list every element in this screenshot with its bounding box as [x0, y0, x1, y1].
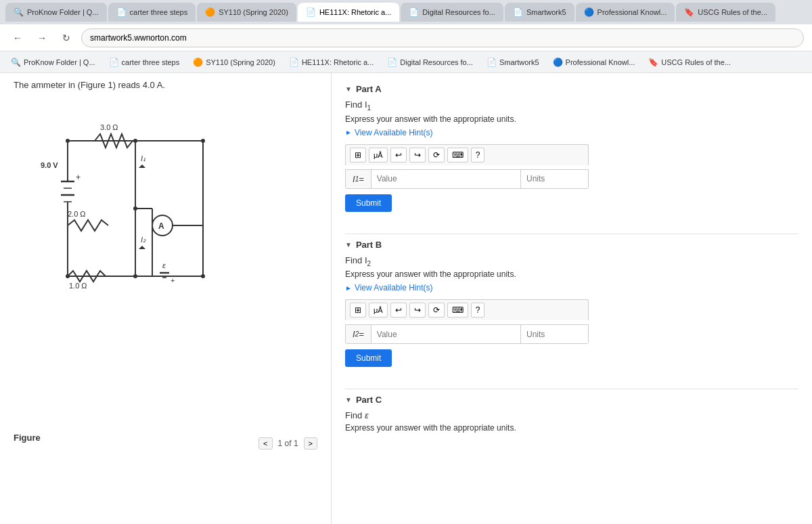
- main-container: The ammeter in (Figure 1) reads 4.0 A.: [0, 73, 812, 524]
- mu-button-a[interactable]: μÅ: [369, 148, 388, 162]
- reset-icon-b: ⟳: [433, 305, 440, 315]
- help-icon: ?: [476, 150, 480, 160]
- help-button-b[interactable]: ?: [471, 303, 485, 318]
- tab-digital[interactable]: 📄 Digital Resources fo...: [401, 3, 503, 22]
- redo-button-a[interactable]: ↪: [409, 148, 426, 162]
- undo-button-a[interactable]: ↩: [390, 148, 407, 162]
- part-c-find: Find ε: [345, 410, 798, 420]
- tab-label-sy110: SY110 (Spring 2020): [219, 8, 288, 16]
- forward-button[interactable]: →: [32, 28, 51, 47]
- bookmark-uscg[interactable]: 🔖 USCG Rules of the...: [643, 54, 736, 70]
- tab-professional[interactable]: 🔵 Professional Knowl...: [576, 3, 675, 22]
- bookmark-he111x[interactable]: 📄 HE111X: Rhetoric a...: [284, 54, 379, 70]
- reset-button-b[interactable]: ⟳: [428, 303, 445, 318]
- part-b-units-input[interactable]: [520, 325, 588, 343]
- svg-point-36: [133, 139, 137, 143]
- part-c-header[interactable]: ▼ Part C: [345, 395, 798, 405]
- part-b-answer-row: I2 =: [345, 324, 589, 344]
- keyboard-button-a[interactable]: ⌨: [447, 148, 468, 162]
- left-panel: The ammeter in (Figure 1) reads 4.0 A.: [0, 73, 332, 524]
- bookmark-icon-smartwork: 📄: [487, 58, 497, 67]
- svg-text:9.0 V: 9.0 V: [41, 161, 58, 169]
- svg-point-39: [133, 274, 137, 278]
- tab-uscg[interactable]: 🔖 USCG Rules of the...: [676, 3, 775, 22]
- part-b-submit-button[interactable]: Submit: [345, 349, 392, 367]
- matrix-icon: ⊞: [355, 150, 361, 160]
- bookmark-label-sy110: SY110 (Spring 2020): [206, 58, 275, 66]
- matrix-button-b[interactable]: ⊞: [350, 303, 366, 318]
- mu-label: μÅ: [374, 151, 383, 159]
- bookmark-smartwork[interactable]: 📄 Smartwork5: [481, 54, 545, 70]
- part-b-hint[interactable]: ► View Available Hint(s): [345, 283, 798, 292]
- bookmark-label-professional: Professional Knowl...: [566, 58, 635, 66]
- tab-icon-digital: 📄: [409, 7, 418, 17]
- part-a-answer-row: I1 =: [345, 169, 589, 189]
- hint-b-arrow-icon: ►: [345, 284, 352, 292]
- undo-button-b[interactable]: ↩: [390, 303, 407, 318]
- bookmark-carter[interactable]: 📄 carter three steps: [104, 54, 185, 70]
- part-b-value-input[interactable]: [371, 325, 520, 343]
- svg-marker-16: [139, 165, 145, 168]
- back-button[interactable]: ←: [8, 28, 27, 47]
- part-c-arrow: ▼: [345, 396, 352, 403]
- svg-text:A: A: [158, 221, 164, 231]
- tab-icon-he111x: 📄: [306, 7, 315, 17]
- bookmark-digital[interactable]: 📄 Digital Resources fo...: [382, 54, 478, 70]
- tab-label-professional: Professional Knowl...: [597, 8, 667, 16]
- svg-point-35: [66, 139, 70, 143]
- figure-next-button[interactable]: >: [304, 437, 317, 450]
- tab-proknow[interactable]: 🔍 ProKnow Folder | Q...: [5, 3, 107, 22]
- tab-icon-proknow: 🔍: [14, 7, 23, 17]
- tab-carter[interactable]: 📄 carter three steps: [108, 3, 196, 22]
- tab-icon-uscg: 🔖: [684, 7, 694, 17]
- mu-label-b: μÅ: [374, 306, 383, 314]
- hint-arrow-icon: ►: [345, 129, 352, 136]
- tab-sy110[interactable]: 🟠 SY110 (Spring 2020): [197, 3, 296, 22]
- tab-he111x[interactable]: 📄 HE111X: Rhetoric a...: [298, 3, 399, 22]
- redo-button-b[interactable]: ↪: [409, 303, 426, 318]
- svg-point-40: [201, 274, 205, 278]
- keyboard-icon-b: ⌨: [452, 305, 464, 315]
- part-b-hint-label: View Available Hint(s): [355, 283, 433, 292]
- bookmark-icon-proknow: 🔍: [11, 58, 21, 67]
- bookmark-proknow[interactable]: 🔍 ProKnow Folder | Q...: [5, 54, 101, 70]
- part-a-hint[interactable]: ► View Available Hint(s): [345, 128, 798, 137]
- matrix-button-a[interactable]: ⊞: [350, 148, 366, 162]
- bookmark-label-digital: Digital Resources fo...: [400, 58, 473, 66]
- bookmark-label-carter: carter three steps: [122, 58, 180, 66]
- keyboard-button-b[interactable]: ⌨: [447, 303, 468, 318]
- bookmark-professional[interactable]: 🔵 Professional Knowl...: [547, 54, 641, 70]
- undo-icon-b: ↩: [395, 305, 402, 315]
- part-a-value-input[interactable]: [371, 170, 520, 188]
- reset-button-a[interactable]: ⟳: [428, 148, 445, 162]
- help-button-a[interactable]: ?: [471, 148, 485, 162]
- figure-page-label: 1 of 1: [278, 439, 298, 448]
- figure-prev-button[interactable]: <: [258, 437, 272, 450]
- address-input[interactable]: [81, 28, 804, 47]
- circuit-diagram: + 9.0 V 3.0 Ω I₁ 2.0 Ω: [27, 100, 317, 429]
- part-b-title: Part B: [356, 240, 382, 250]
- part-b-find: Find I2: [345, 255, 798, 267]
- bookmark-label-proknow: ProKnow Folder | Q...: [24, 58, 95, 66]
- part-a-header[interactable]: ▼ Part A: [345, 84, 798, 94]
- undo-icon: ↩: [395, 150, 402, 160]
- bookmark-sy110[interactable]: 🟠 SY110 (Spring 2020): [187, 54, 281, 70]
- divider-a-b: [345, 234, 798, 234]
- part-a-hint-label: View Available Hint(s): [355, 128, 433, 137]
- part-a-units-input[interactable]: [520, 170, 588, 188]
- reset-icon: ⟳: [433, 150, 440, 160]
- bookmark-label-uscg: USCG Rules of the...: [661, 58, 731, 66]
- part-a-submit-button[interactable]: Submit: [345, 194, 392, 212]
- redo-icon-b: ↪: [414, 305, 421, 315]
- bookmark-icon-carter: 📄: [109, 58, 119, 67]
- mu-button-b[interactable]: μÅ: [369, 303, 388, 318]
- part-b-header[interactable]: ▼ Part B: [345, 240, 798, 250]
- svg-text:2.0 Ω: 2.0 Ω: [68, 210, 86, 218]
- figure-label: Figure: [14, 433, 41, 443]
- part-b-express: Express your answer with the appropriate…: [345, 269, 798, 279]
- tab-icon-smartwork: 📄: [513, 7, 522, 17]
- tab-smartwork[interactable]: 📄 Smartwork5: [505, 3, 574, 22]
- bookmark-icon-sy110: 🟠: [193, 58, 203, 67]
- reload-button[interactable]: ↻: [57, 28, 76, 47]
- tab-label-smartwork: Smartwork5: [526, 8, 566, 16]
